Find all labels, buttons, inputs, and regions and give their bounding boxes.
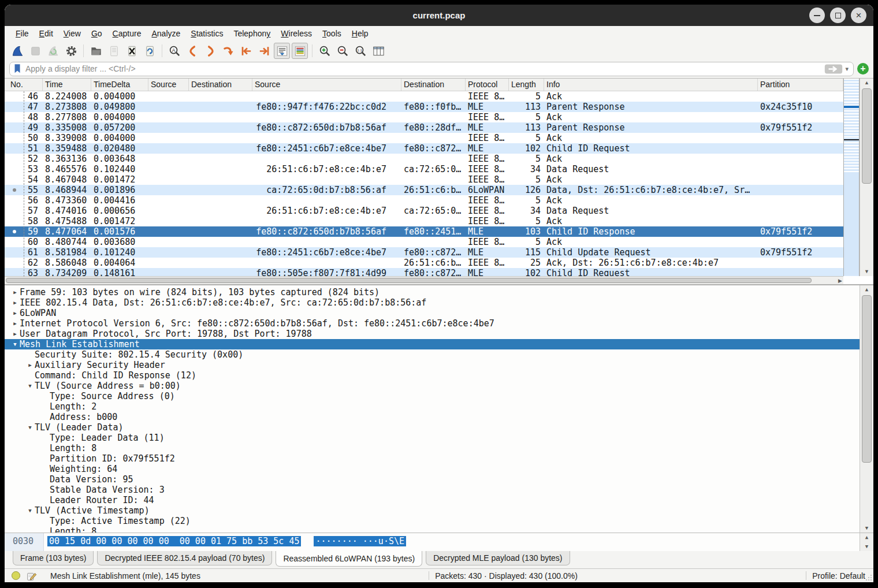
packet-row-63[interactable]: 638.7342090.148161fe80::505e:f807:7f81:4… [5, 268, 843, 277]
reload-file-button[interactable] [142, 43, 158, 59]
packet-row-51[interactable]: 518.3594880.020480fe80::2451:c6b7:e8ce:4… [5, 143, 843, 154]
byte-tab-reassembled-6lowpan-193-bytes[interactable]: Reassembled 6LoWPAN (193 bytes) [276, 551, 422, 567]
packet-row-58[interactable]: 588.4754880.001472IEEE 8…5Ack [5, 216, 843, 226]
detail-scrollbar[interactable]: ▲ ▼ [860, 285, 873, 533]
detail-line-leader-router-id-44[interactable]: Leader Router ID: 44 [5, 495, 873, 505]
menu-statistics[interactable]: Statistics [185, 28, 228, 39]
packet-row-60[interactable]: 608.4807440.003680IEEE 8…5Ack [5, 237, 843, 247]
column-header-dst2[interactable]: Destination [401, 79, 466, 91]
close-button[interactable]: × [851, 8, 866, 23]
title-bar[interactable]: current.pcap × [5, 5, 873, 26]
packet-row-49[interactable]: 498.3350080.057200fe80::c872:650d:b7b8:5… [5, 122, 843, 133]
scroll-down-icon[interactable]: ▼ [860, 524, 873, 533]
packet-row-52[interactable]: 528.3631360.003648IEEE 8…5Ack [5, 154, 843, 164]
menu-help[interactable]: Help [347, 28, 374, 39]
scroll-up-icon[interactable]: ▲ [860, 79, 873, 87]
expert-info-icon[interactable] [12, 571, 20, 580]
menu-analyze[interactable]: Analyze [146, 28, 185, 39]
collapsed-arrow-icon[interactable]: ▶ [25, 360, 35, 370]
scroll-up-icon[interactable]: ▲ [860, 533, 873, 542]
capture-comment-icon[interactable] [26, 570, 38, 582]
maximize-button[interactable] [830, 8, 846, 23]
detail-line-type-source-address-0[interactable]: Type: Source Address (0) [5, 391, 873, 401]
packet-row-50[interactable]: 508.3390080.004000IEEE 8…5Ack [5, 133, 843, 143]
byte-tab-decrypted-ieee-802-15-4-payload-70-bytes[interactable]: Decrypted IEEE 802.15.4 payload (70 byte… [97, 551, 272, 565]
packet-list-hscrollbar[interactable]: ▶ [5, 276, 843, 284]
collapsed-arrow-icon[interactable]: ▶ [10, 297, 20, 308]
scroll-down-icon[interactable]: ▼ [860, 542, 873, 551]
status-profile-text[interactable]: Profile: Default [812, 571, 865, 580]
expanded-arrow-icon[interactable]: ▼ [25, 422, 35, 433]
detail-line-stable-data-version-3[interactable]: Stable Data Version: 3 [5, 485, 873, 495]
packet-row-57[interactable]: 578.4740160.00065626:51:c6:b7:e8:ce:4b:e… [5, 206, 843, 216]
auto-scroll-button[interactable] [274, 43, 290, 59]
menu-telephony[interactable]: Telephony [228, 28, 276, 39]
packet-row-54[interactable]: 548.4670480.001472IEEE 8…5Ack [5, 174, 843, 185]
display-filter-input[interactable] [22, 64, 824, 73]
detail-line-auxiliary-security-header[interactable]: ▶Auxiliary Security Header [5, 360, 873, 370]
detail-line-weighting-64[interactable]: Weighting: 64 [5, 464, 873, 474]
collapsed-arrow-icon[interactable]: ▶ [10, 318, 20, 329]
collapsed-arrow-icon[interactable]: ▶ [10, 287, 20, 297]
minimize-button[interactable] [809, 8, 825, 23]
detail-line-address-b000[interactable]: Address: b000 [5, 412, 873, 422]
packet-minimap[interactable] [843, 79, 860, 276]
byte-tab-decrypted-mle-payload-130-bytes[interactable]: Decrypted MLE payload (130 bytes) [426, 551, 570, 565]
go-forward-button[interactable] [202, 43, 218, 59]
scroll-up-icon[interactable]: ▲ [860, 285, 873, 294]
colorize-button[interactable] [292, 43, 308, 59]
packet-row-47[interactable]: 478.2738080.049800fe80::947f:f476:22bc:c… [5, 102, 843, 112]
detail-line-6lowpan[interactable]: ▶6LoWPAN [5, 308, 873, 318]
zoom-in-button[interactable] [317, 43, 333, 59]
menu-go[interactable]: Go [86, 28, 107, 39]
resize-columns-button[interactable] [370, 43, 386, 59]
save-file-button[interactable] [106, 43, 122, 59]
menu-edit[interactable]: Edit [34, 28, 58, 39]
detail-line-data-version-95[interactable]: Data Version: 95 [5, 474, 873, 485]
byte-tab-frame-103-bytes[interactable]: Frame (103 bytes) [13, 551, 94, 565]
open-file-button[interactable] [88, 43, 104, 59]
detail-line-ieee-802-15-4-data-dst-2[interactable]: ▶IEEE 802.15.4 Data, Dst: 26:51:c6:b7:e8… [5, 297, 873, 308]
restart-capture-button[interactable] [45, 43, 61, 59]
go-to-packet-button[interactable] [220, 43, 236, 59]
menu-capture[interactable]: Capture [107, 28, 147, 39]
detail-line-frame-59-103-bytes-on-wir[interactable]: ▶Frame 59: 103 bytes on wire (824 bits),… [5, 287, 873, 297]
go-back-button[interactable] [184, 43, 200, 59]
detail-line-length-2[interactable]: Length: 2 [5, 401, 873, 412]
bookmark-icon[interactable] [13, 64, 22, 74]
packet-row-62[interactable]: 628.5860480.00406426:51:c6:b…IEEE 8…25Ac… [5, 258, 843, 268]
packet-row-61[interactable]: 618.5819840.101240fe80::2451:c6b7:e8ce:4… [5, 247, 843, 258]
packet-row-56[interactable]: 568.4733600.004416IEEE 8…5Ack [5, 195, 843, 206]
column-header-info[interactable]: Info [544, 79, 758, 91]
column-header-src1[interactable]: Source [148, 79, 189, 91]
resize-grip-icon[interactable] [865, 574, 872, 581]
scrollbar-thumb[interactable] [862, 295, 872, 463]
start-capture-button[interactable] [9, 43, 25, 59]
detail-line-length-8[interactable]: Length: 8 [5, 443, 873, 453]
add-filter-button[interactable]: + [857, 63, 869, 75]
collapsed-arrow-icon[interactable]: ▶ [10, 329, 20, 339]
hex-row[interactable]: 00 15 0d 00 00 00 00 00 00 00 01 75 bb 5… [47, 536, 406, 546]
column-header-len[interactable]: Length [509, 79, 544, 91]
column-header-dst1[interactable]: Destination [189, 79, 252, 91]
column-header-time[interactable]: Time [43, 79, 91, 91]
hscrollbar-thumb[interactable] [6, 278, 812, 283]
packet-row-46[interactable]: 468.2240080.004000IEEE 8…5Ack [5, 91, 843, 102]
go-last-button[interactable] [256, 43, 272, 59]
packet-row-59[interactable]: 598.4770640.001576fe80::c872:650d:b7b8:5… [5, 226, 843, 237]
packet-row-55[interactable]: 558.4689440.001896ca:72:65:0d:b7:b8:56:a… [5, 185, 843, 195]
menu-file[interactable]: File [10, 28, 34, 39]
filter-dropdown-caret[interactable]: ▾ [843, 65, 851, 73]
detail-line-tlv-source-address-b0-0[interactable]: ▼TLV (Source Address = b0:00) [5, 381, 873, 391]
packet-row-48[interactable]: 488.2778080.004000IEEE 8…5Ack [5, 112, 843, 122]
detail-line-partition-id-0x79f551f2[interactable]: Partition ID: 0x79f551f2 [5, 453, 873, 464]
detail-line-mesh-link-establishment[interactable]: ▼Mesh Link Establishment [5, 339, 873, 349]
expanded-arrow-icon[interactable]: ▼ [25, 381, 35, 391]
hex-ascii[interactable]: ········ ···u·S\E [314, 536, 406, 546]
detail-line-tlv-active-timestamp[interactable]: ▼TLV (Active Timestamp) [5, 505, 873, 516]
zoom-out-button[interactable] [334, 43, 351, 59]
menu-tools[interactable]: Tools [317, 28, 347, 39]
bytes-scrollbar[interactable]: ▲ ▼ [860, 533, 873, 551]
find-packet-button[interactable] [166, 43, 183, 59]
column-header-src2[interactable]: Source [252, 79, 401, 91]
